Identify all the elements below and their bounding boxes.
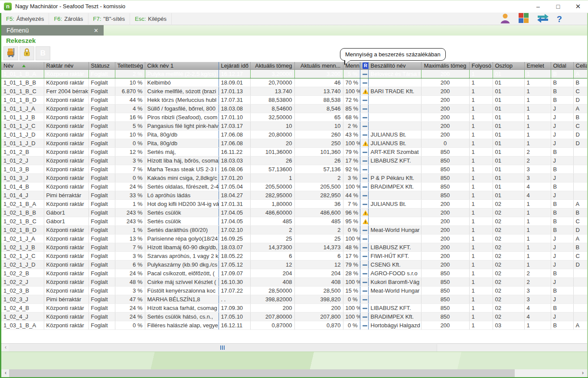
table-row[interactable]: 1_02_4_JKözponti raktárFoglalt24 %Sertés… xyxy=(1,312,587,321)
table-row[interactable]: 1_02_1_J_AKözponti raktárFoglalt13 %Pari… xyxy=(1,234,587,243)
transfer-arrows-icon[interactable] xyxy=(536,13,549,26)
cell: Süllő / fogasfilé, bőrrel, 800 xyxy=(145,104,219,113)
cell: 1_01_1_J_B xyxy=(1,113,44,121)
inner-horizontal-scrollbar[interactable]: ‹ xyxy=(1,343,587,352)
table-row[interactable]: 1_03_1_B_AKözponti raktárFoglalt0 %Fillé… xyxy=(1,321,587,329)
minimize-button[interactable]: – xyxy=(528,0,548,13)
window-horizontal-scrollbar[interactable]: ‹ › xyxy=(1,369,587,377)
cell: Foglalt xyxy=(88,321,115,329)
scroll-left-icon[interactable]: ‹ xyxy=(2,369,9,377)
column-header[interactable]: Beszállító név xyxy=(368,62,421,69)
column-header[interactable]: Oszlop xyxy=(493,62,524,69)
cell xyxy=(360,104,368,113)
table-row[interactable]: 1_02_4_BKözponti raktárFoglalt24 %Hízott… xyxy=(1,303,587,312)
column-header[interactable]: R xyxy=(360,62,368,69)
cell: 18.05.22 xyxy=(219,251,250,260)
cell: 1 xyxy=(524,121,551,130)
column-header[interactable]: Név xyxy=(1,62,44,69)
table-row[interactable]: 1_01_1_B_DKözponti raktárFoglalt44 %Hekk… xyxy=(1,95,587,104)
cell: 17.09.30 xyxy=(219,303,250,312)
cell: Foglalt xyxy=(88,269,115,277)
cell: 14,373 xyxy=(294,243,343,251)
scroll-right-icon[interactable]: › xyxy=(579,369,586,377)
b-sites-button[interactable]: B xyxy=(36,46,50,60)
table-row[interactable]: 1_01_1_J_AKözponti raktárFoglalt4 %Süllő… xyxy=(1,104,587,113)
help-icon[interactable]: ? xyxy=(557,14,562,24)
column-header[interactable]: Folyosó xyxy=(469,62,493,69)
cell: Központi raktár xyxy=(44,199,88,208)
cell: B xyxy=(551,286,573,295)
table-row[interactable]: 1_02_1_B_CGábor1Foglalt243 %Sertés csülö… xyxy=(1,217,587,225)
cell: 200 xyxy=(421,217,469,225)
table-row[interactable]: 1_02_1_B_AKözponti raktárFoglalt1 %Hot d… xyxy=(1,199,587,208)
table-row[interactable]: 1_01_1_J_BKözponti raktárFoglalt16 %Piro… xyxy=(1,113,587,121)
table-row[interactable]: 1_01_2_BKözponti raktárFoglalt12 %Sertés… xyxy=(1,147,587,156)
table-row[interactable]: 1_01_2_JKözponti raktárFoglalt3 %Hízott … xyxy=(1,156,587,165)
cell: BRADIMPEX Kft. xyxy=(368,312,421,321)
table-row[interactable]: 1_02_2_BKözponti raktárFoglalt24 %Pacal … xyxy=(1,269,587,277)
move-button[interactable] xyxy=(3,46,18,60)
cell: 01 xyxy=(493,69,524,78)
table-row[interactable]: 1_02_1_J_BKözponti raktárFoglalt7 %Hízot… xyxy=(1,243,587,251)
table-row[interactable]: 1_01_1_J_DKözponti raktárFoglalt10 %Pita… xyxy=(1,130,587,139)
column-header[interactable]: Maximális tömeg xyxy=(421,62,469,69)
column-header[interactable]: Emelet xyxy=(524,62,551,69)
tab-fomenu[interactable]: Főmenü ✕ xyxy=(1,25,104,36)
fn-item-f5[interactable]: F5: Áthelyezés xyxy=(1,13,49,25)
cell: 88,538 xyxy=(294,95,343,104)
cell: 13.740 xyxy=(250,87,294,95)
column-header[interactable]: Oldal xyxy=(551,62,573,69)
cell: 1 xyxy=(469,260,493,269)
table-row[interactable]: 1_02_1_B_BGábor1Foglalt243 %Sertés csülö… xyxy=(1,208,587,217)
column-header[interactable]: Raktár név xyxy=(44,62,88,69)
table-row[interactable]: 1_01_3_JKözponti raktárFoglalt0 %Kakaós … xyxy=(1,173,587,182)
table-row[interactable]: 1_01_1_J_DKözponti raktárFoglalt0 %Pita,… xyxy=(1,139,587,147)
table-row[interactable]: 1_02_2_JKözponti raktárFoglalt48 %Csirke… xyxy=(1,277,587,286)
column-header[interactable]: Státusz xyxy=(88,62,115,69)
column-header[interactable]: Cella xyxy=(573,62,587,69)
fn-item-f7[interactable]: F7: "B"-sítés xyxy=(88,13,130,25)
cell: Foglalt xyxy=(88,182,115,191)
column-header[interactable]: Lejárati idő xyxy=(219,62,250,69)
cell: 8,54600 xyxy=(250,104,294,113)
splitter-grip[interactable] xyxy=(220,345,225,350)
scrollbar-thumb[interactable] xyxy=(9,369,515,377)
cell: Pimi bérraktár xyxy=(44,191,88,199)
table-row[interactable]: 1_01_1_J_CKözponti raktárFoglalt5 %Panga… xyxy=(1,121,587,130)
column-header[interactable]: Aktuális menn... xyxy=(294,62,343,69)
cell: Sertés máj, xyxy=(145,147,219,156)
column-header[interactable]: Cikk név 1 xyxy=(145,62,219,69)
table-row[interactable]: 1_01_4_JPimi bérraktárFoglalt33 %Ló apró… xyxy=(1,191,587,199)
lock-button[interactable] xyxy=(20,46,34,60)
cell: 5 % xyxy=(115,121,145,130)
close-button[interactable]: ✕ xyxy=(568,0,588,13)
cell: Foglalt xyxy=(88,199,115,208)
table-row[interactable]: 1_01_1_B_BKözponti raktárFoglalt10 %Kelb… xyxy=(1,78,587,87)
table-row[interactable]: 1_02_1_B_DKözponti raktárFoglalt1 %Serté… xyxy=(1,225,587,234)
scroll-left-icon[interactable]: ‹ xyxy=(2,344,9,352)
table-row[interactable]: 1_01_1_B_AKözponti raktárFoglalt2 %Pulyk… xyxy=(1,69,587,78)
apps-grid-icon[interactable] xyxy=(518,13,529,25)
table-row[interactable]: 1_02_1_J_DKözponti raktárFoglalt6 %Pulyk… xyxy=(1,260,587,269)
tab-close-icon[interactable]: ✕ xyxy=(94,27,98,34)
fn-item-f6[interactable]: F6: Zárolás xyxy=(49,13,88,25)
cell: 1 xyxy=(469,286,493,295)
table-row[interactable]: 1_01_3_BKözponti raktárFoglalt7 %Marha T… xyxy=(1,165,587,173)
dash-icon xyxy=(363,117,367,118)
column-header-label: Státusz xyxy=(91,62,110,69)
cell: 2 xyxy=(294,173,343,182)
table-row[interactable]: 1_01_1_B_CFerr 2004 bérraktFoglalt6.870 … xyxy=(1,87,587,95)
table-row[interactable]: 1_02_3_JPimi bérraktárFoglalt47 %MARHA B… xyxy=(1,295,587,303)
fn-item-esc[interactable]: Esc: Kilépés xyxy=(130,13,172,25)
maximize-button[interactable]: □ xyxy=(548,0,568,13)
cell: Központi raktár xyxy=(44,225,88,234)
table-row[interactable]: 1_01_4_BKözponti raktárFoglalt24 %Sertés… xyxy=(1,182,587,191)
dash-icon xyxy=(363,152,367,153)
table-row[interactable]: 1_02_3_BKözponti raktárFoglalt3 %Füstölt… xyxy=(1,286,587,295)
table-row[interactable]: 1_02_1_J_CKözponti raktárFoglalt3 %Szarv… xyxy=(1,251,587,260)
column-header[interactable]: Telítettség xyxy=(115,62,145,69)
user-icon[interactable] xyxy=(500,13,511,25)
column-header[interactable]: Aktuális tömeg xyxy=(250,62,294,69)
cell xyxy=(573,269,587,277)
cell: 44 % xyxy=(115,95,145,104)
